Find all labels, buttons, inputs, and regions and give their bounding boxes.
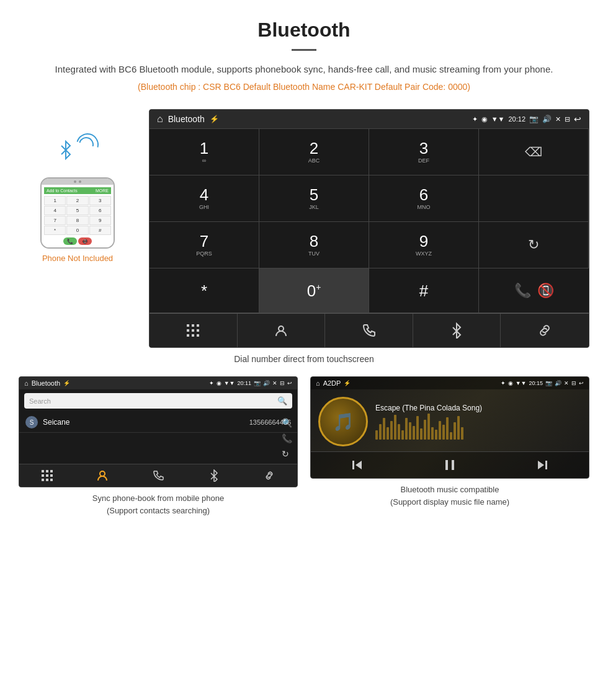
phone-key-4[interactable]: 4 [44,206,66,215]
pb-phone-button[interactable] [130,469,186,482]
bluetooth-action-button[interactable] [413,314,501,347]
dialpad-action-button[interactable] [150,314,238,347]
contact-seicane[interactable]: S Seicane 13566664466 [19,412,297,433]
wave-2-icon [72,129,102,159]
phone-key-7[interactable]: 7 [44,216,66,225]
pb-usb-icon: ⚡ [63,380,70,386]
camera-status-icon: 📷 [529,115,539,123]
pb-signal-icon: ▼▼ [224,380,235,386]
visualizer-bar [401,430,404,440]
pb-volume-icon[interactable]: 🔊 [263,380,270,386]
pb-bluetooth-button[interactable] [186,469,242,482]
phone-key-9[interactable]: 9 [89,216,111,225]
phone-action-button[interactable] [325,314,413,347]
phonebook-caption-line2: (Support contacts searching) [107,506,210,515]
pb-back-icon[interactable]: ↩ [287,380,292,386]
phone-key-8[interactable]: 8 [66,216,88,225]
volume-icon[interactable]: 🔊 [542,115,552,123]
contact-avatar-s: S [25,416,38,428]
phone-key-0[interactable]: 0 [66,226,88,235]
svg-rect-3 [187,329,189,332]
phone-key-2[interactable]: 2 [66,196,88,205]
dialpad-key-star[interactable]: * [150,268,259,313]
svg-rect-0 [187,324,189,327]
window-icon[interactable]: ⊟ [565,115,570,123]
pb-dialpad-button[interactable] [19,469,75,482]
phone-key-star[interactable]: * [44,226,66,235]
music-home-icon[interactable]: ⌂ [316,379,320,387]
pb-time: 20:11 [237,380,251,386]
phonebook-search[interactable]: Search 🔍 [24,393,292,409]
music-volume-icon[interactable]: 🔊 [555,380,561,386]
phone-speaker [74,180,76,183]
phone-more-label: MORE [96,188,109,193]
phone-screen: Add to Contacts MORE 1 2 3 4 5 6 7 8 9 *… [42,185,114,247]
title-divider [292,49,316,51]
pb-status-right: ✦ ◉ ▼▼ 20:11 📷 🔊 ✕ ⊟ ↩ [209,380,292,386]
music-close-icon[interactable]: ✕ [564,380,569,386]
phone-side-icon[interactable]: 📞 [282,433,292,443]
dialpad-backspace-key[interactable]: ⌫ [479,129,589,175]
visualizer-bar [387,427,389,440]
phonebook-status-bar: ⌂ Bluetooth ⚡ ✦ ◉ ▼▼ 20:11 📷 🔊 ✕ ⊟ ↩ [19,377,297,389]
svg-marker-20 [355,461,362,469]
bottom-row: ⌂ Bluetooth ⚡ ✦ ◉ ▼▼ 20:11 📷 🔊 ✕ ⊟ ↩ [0,376,608,516]
close-icon[interactable]: ✕ [555,115,561,123]
dialpad-key-hash[interactable]: # [369,268,479,313]
music-window-icon[interactable]: ⊟ [571,380,576,386]
dialpad-key-9[interactable]: 9 WXYZ [369,222,479,268]
page-description: Integrated with BC6 Bluetooth module, su… [37,62,571,77]
dialpad-key-2[interactable]: 2 ABC [259,129,369,175]
phone-dialpad: 1 2 3 4 5 6 7 8 9 * 0 # [44,196,111,235]
bluetooth-status-icon: ✦ [472,115,478,123]
dialpad-key-1[interactable]: 1 ∞ [150,129,259,175]
phone-key-1[interactable]: 1 [44,196,66,205]
phone-key-hash[interactable]: # [89,226,111,235]
back-icon[interactable]: ↩ [574,114,581,124]
play-pause-button[interactable] [403,458,496,472]
svg-rect-7 [192,334,194,337]
previous-button[interactable] [311,458,403,472]
refresh-side-icon[interactable]: ↻ [282,449,292,459]
svg-rect-25 [545,461,547,469]
pb-window-icon[interactable]: ⊟ [280,380,285,386]
dialpad-key-5[interactable]: 5 JKL [259,175,369,222]
visualizer-bar [450,432,452,440]
phone-key-5[interactable]: 5 [66,206,88,215]
dialpad-refresh-key[interactable]: ↻ [479,222,589,268]
bluetooth-specs: (Bluetooth chip : CSR BC6 Default Blueto… [37,82,571,92]
phonebook-caption: Sync phone-book from mobile phone (Suppo… [19,492,298,516]
contact-name: Seicane [43,418,244,427]
pb-home-icon[interactable]: ⌂ [24,379,29,387]
status-bar-right: ✦ ◉ ▼▼ 20:12 📷 🔊 ✕ ⊟ ↩ [472,114,581,124]
phone-call-button[interactable]: 📞 [63,237,77,245]
search-side-icon[interactable]: 🔍 [282,418,292,428]
phone-key-3[interactable]: 3 [89,196,111,205]
link-action-button[interactable] [501,314,589,347]
dialpad-key-4[interactable]: 4 GHI [150,175,259,222]
next-button[interactable] [496,458,589,472]
dialpad-key-3[interactable]: 3 DEF [369,129,479,175]
visualizer-bar [383,418,385,440]
search-icon[interactable]: 🔍 [277,396,287,405]
dialpad-key-6[interactable]: 6 MNO [369,175,479,222]
svg-rect-8 [197,334,199,337]
pb-link-button[interactable] [241,469,297,482]
phone-key-6[interactable]: 6 [89,206,111,215]
dialpad-key-7[interactable]: 7 PQRS [150,222,259,268]
pb-contacts-button[interactable] [75,469,131,482]
music-info: Escape (The Pina Colada Song) [375,404,581,440]
phone-end-button[interactable]: 📵 [78,237,92,245]
contacts-action-button[interactable] [238,314,326,347]
dialpad-call-split[interactable]: 📞 📵 [479,268,589,313]
dialpad-key-0[interactable]: 0+ [259,268,369,313]
svg-rect-21 [352,461,354,469]
home-icon[interactable]: ⌂ [157,113,163,125]
visualizer-bar [416,416,419,440]
svg-rect-22 [445,460,448,470]
music-back-icon[interactable]: ↩ [579,380,584,386]
svg-rect-16 [42,479,44,481]
pb-close-icon[interactable]: ✕ [272,380,277,386]
visualizer-bar [427,414,430,440]
dialpad-key-8[interactable]: 8 TUV [259,222,369,268]
